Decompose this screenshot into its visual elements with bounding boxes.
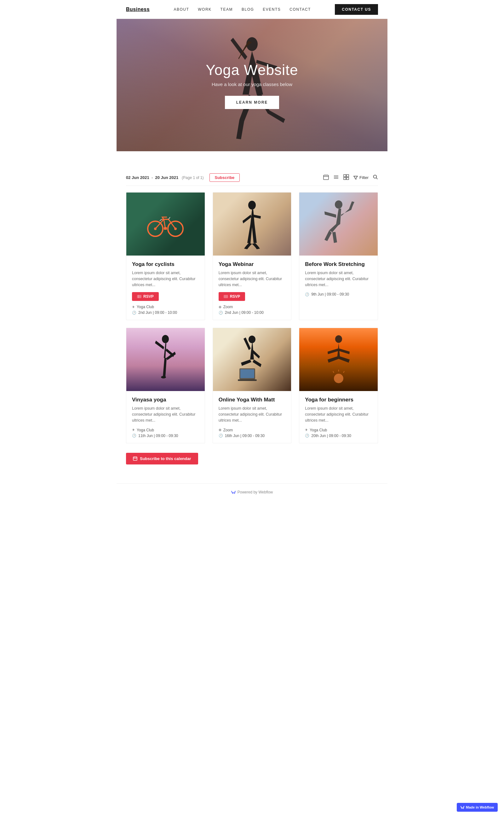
event-datetime-5: 🕐 20th Jun | 09:00 - 09:30 [305,434,372,438]
event-title-5: Yoga for beginners [305,397,372,403]
event-datetime-1: 🕐 2nd Jun | 09:00 - 10:00 [219,310,286,315]
search-icon [373,175,378,180]
nav-about[interactable]: ABOUT [174,7,189,12]
clock-icon-0: 🕐 [132,311,136,315]
svg-line-35 [343,371,344,373]
events-grid: Yoga for cyclists Lorem ipsum dolor sit … [126,192,378,443]
view-month-icon[interactable] [323,174,329,181]
svg-point-25 [335,200,342,209]
clock-icon-2: 🕐 [305,292,309,297]
footer: Powered by Webflow [117,483,387,501]
location-icon-0: ✈ [132,305,135,309]
filter-button[interactable]: Filter [353,175,369,180]
event-desc-5: Lorem ipsum dolor sit amet, consectetur … [305,406,372,423]
calendar-date-range: 02 Jun 2021 - 20 Jun 2021 (Page 1 of 1) … [126,173,240,182]
event-desc-2: Lorem ipsum dolor sit amet, consectetur … [305,270,372,288]
event-title-4: Online Yoga With Matt [219,397,286,403]
svg-rect-30 [240,369,254,378]
svg-point-27 [161,376,166,378]
event-card-0: Yoga for cyclists Lorem ipsum dolor sit … [126,192,205,320]
ticket-icon-1 [224,295,228,298]
hero-learn-more-button[interactable]: LEARN MORE [225,96,279,109]
nav-contact[interactable]: CONTACT [289,7,311,12]
nav-team[interactable]: TEAM [221,7,233,12]
bike-illustration [146,208,184,240]
clock-icon-1: 🕐 [219,311,223,315]
event-image-2 [299,193,378,256]
event-title-1: Yoga Webinar [219,261,286,268]
webflow-w-icon [231,490,236,494]
svg-line-19 [160,219,162,221]
event-meta-2: 🕐 9th Jun | 09:00 - 09:30 [305,292,372,297]
event-datetime-2: 🕐 9th Jun | 09:00 - 09:30 [305,292,372,297]
zoom-icon-1: ⊕ [219,305,221,309]
svg-point-28 [249,336,255,343]
svg-point-33 [334,374,343,383]
filter-icon [353,176,358,180]
event-card-5: Yoga for beginners Lorem ipsum dolor sit… [299,328,378,443]
event-desc-1: Lorem ipsum dolor sit amet, consectetur … [219,270,286,288]
svg-point-23 [248,201,256,210]
event-location-5: ✈ Yoga Club [305,428,372,432]
location-icon-5: ✈ [305,428,308,432]
event-card-4: Online Yoga With Matt Lorem ipsum dolor … [213,328,292,443]
svg-rect-21 [137,295,141,298]
event-body-4: Online Yoga With Matt Lorem ipsum dolor … [213,391,291,443]
event-location-4: ⊕ Zoom [219,428,286,432]
svg-point-26 [162,335,169,343]
event-desc-4: Lorem ipsum dolor sit amet, consectetur … [219,406,286,423]
svg-rect-31 [238,379,257,381]
ticket-icon-0 [137,295,141,298]
event-desc-0: Lorem ipsum dolor sit amet, consectetur … [132,270,199,288]
svg-rect-10 [344,177,346,180]
event-body-5: Yoga for beginners Lorem ipsum dolor sit… [299,391,378,443]
hero-section: Yoga Website Have a look at our yoga cla… [117,19,387,151]
page-info: (Page 1 of 1) [182,176,203,180]
event-title-0: Yoga for cyclists [132,261,199,268]
yoga-pose-1 [239,199,265,249]
event-desc-3: Lorem ipsum dolor sit amet, consectetur … [132,406,199,423]
svg-rect-18 [164,227,167,230]
nav-events[interactable]: EVENTS [263,7,281,12]
view-grid-icon[interactable] [343,174,349,181]
svg-rect-8 [344,175,346,177]
nav-work[interactable]: WORK [198,7,211,12]
event-title-3: Vinyasa yoga [132,397,199,403]
event-location-3: ✈ Yoga Club [132,428,199,432]
event-image-1 [213,193,291,256]
event-card-1: Yoga Webinar Lorem ipsum dolor sit amet,… [213,192,292,320]
event-card-3: Vinyasa yoga Lorem ipsum dolor sit amet,… [126,328,205,443]
svg-rect-1 [324,175,329,180]
svg-rect-24 [224,295,228,298]
svg-rect-11 [347,177,349,180]
search-button[interactable] [373,175,378,181]
subscribe-button[interactable]: Subscribe [209,173,240,182]
svg-point-32 [335,335,342,343]
event-meta-0: ✈ Yoga Club 🕐 2nd Jun | 09:00 - 10:00 [132,305,199,315]
date-start: 02 Jun 2021 [126,175,149,180]
toolbar-right: Filter [323,174,378,181]
nav-logo[interactable]: Business [126,7,150,12]
view-list-icon[interactable] [333,174,339,181]
rsvp-button-0[interactable]: RSVP [132,292,159,301]
calendar-icon [133,456,137,461]
event-datetime-0: 🕐 2nd Jun | 09:00 - 10:00 [132,310,199,315]
event-image-5 [299,328,378,391]
location-icon-3: ✈ [132,428,135,432]
rsvp-button-1[interactable]: RSVP [219,292,245,301]
nav-blog[interactable]: BLOG [242,7,254,12]
event-body-0: Yoga for cyclists Lorem ipsum dolor sit … [126,256,205,320]
event-body-1: Yoga Webinar Lorem ipsum dolor sit amet,… [213,256,291,320]
zoom-icon-4: ⊕ [219,428,221,432]
nav-cta-button[interactable]: CONTACT US [335,4,378,15]
sunset-yoga-pose [326,334,351,385]
event-body-2: Before Work Stretching Lorem ipsum dolor… [299,256,378,302]
hero-subtitle: Have a look at our yoga classes below [206,82,298,87]
svg-rect-37 [133,457,137,460]
event-image-0 [126,193,205,256]
subscribe-calendar-button[interactable]: Subscribe to this calendar [126,453,198,464]
hero-title: Yoga Website [206,61,298,78]
event-location-1: ⊕ Zoom [219,305,286,309]
event-meta-3: ✈ Yoga Club 🕐 11th Jun | 09:00 - 09:30 [132,428,199,438]
event-image-4 [213,328,291,391]
